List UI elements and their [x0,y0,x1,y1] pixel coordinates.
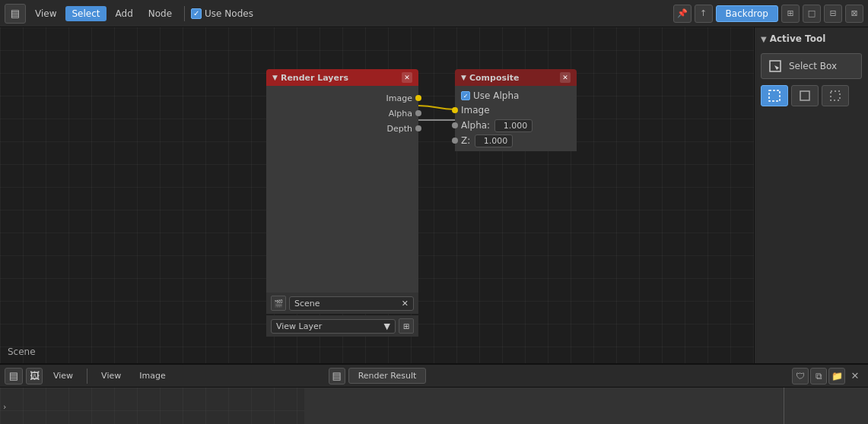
scene-dropdown[interactable]: Scene ✕ [289,296,414,311]
header-left: ▼ Render Layers [272,73,348,83]
view-layer-dropdown[interactable]: View Layer ▼ [271,319,396,334]
top-toolbar: ▤ View Select Add Node ✓ Use Nodes 📌 ↑ B… [0,0,868,27]
svg-marker-1 [774,65,779,70]
pin-button[interactable]: 📌 [673,5,692,23]
select-box-tool-icon [768,59,783,74]
bottom-toolbar: ▤ 🖼 View View Image ▤ Render Result 🛡 ⧉ … [0,365,868,388]
collapse-triangle[interactable]: ▼ [272,74,278,81]
use-alpha-label: Use Alpha [473,90,519,101]
alpha-input-socket[interactable] [452,122,458,128]
use-alpha-row: ✓ Use Alpha [455,89,577,103]
bottom-panel: ▤ 🖼 View View Image ▤ Render Result 🛡 ⧉ … [0,363,868,424]
node-canvas[interactable]: ▼ Render Layers ✕ Image Alpha Depth [0,27,754,363]
composite-header[interactable]: ▼ Composite ✕ [455,69,577,86]
zoom-icon2[interactable]: □ [803,5,821,23]
alpha-input-row: Alpha: 1.000 [455,118,577,133]
bottom-view-menu2[interactable]: View [94,369,129,383]
composite-close[interactable]: ✕ [560,72,571,83]
tool-icons-row [761,85,862,106]
bottom-editor-icon[interactable]: ▤ [5,368,23,384]
render-layers-node: ▼ Render Layers ✕ Image Alpha Depth [266,69,418,337]
select-box-label: Select Box [789,61,837,71]
view-layer-footer: View Layer ▼ ⊞ [266,315,418,337]
select-lasso-mode[interactable] [822,85,849,106]
up-button[interactable]: ↑ [695,5,713,23]
alpha-value-field[interactable]: 1.000 [494,119,533,132]
zoom-out-icon[interactable]: ⊟ [824,5,842,23]
use-nodes-label: Use Nodes [205,8,253,19]
render-divider [784,388,784,424]
active-tool-triangle: ▼ [761,35,767,43]
scene-icon[interactable]: 🎬 [271,296,286,311]
add-menu[interactable]: Add [110,6,139,21]
z-input-label: Z: [461,135,470,146]
folder-button[interactable]: 📁 [828,368,845,384]
depth-output-row: Depth [266,121,418,136]
select-box-button[interactable]: Select Box [761,53,862,79]
alpha-output-row: Alpha [266,106,418,121]
render-result-tab[interactable]: Render Result [348,368,427,384]
render-layers-header[interactable]: ▼ Render Layers ✕ [266,69,418,86]
view-layer-chevron: ▼ [384,321,390,331]
svg-rect-3 [800,91,809,100]
render-result-area [304,388,868,424]
main-area: ▼ Render Layers ✕ Image Alpha Depth [0,27,868,363]
bottom-render-icon[interactable]: ▤ [329,368,345,384]
backdrop-button[interactable]: Backdrop [716,5,778,22]
render-layers-close[interactable]: ✕ [402,72,412,83]
use-nodes-checkbox[interactable]: ✓ [191,8,202,19]
use-alpha-checkbox[interactable]: ✓ [461,91,470,100]
image-output-label: Image [386,93,412,103]
image-socket[interactable] [415,95,421,101]
toolbar-right: 📌 ↑ Backdrop ⊞ □ ⊟ ⊠ [673,5,863,23]
image-input-label: Image [461,105,490,115]
comp-header-left: ▼ Composite [461,73,519,83]
view-layer-value: View Layer [276,321,322,331]
zoom-in-icon[interactable]: ⊠ [845,5,863,23]
z-value-field[interactable]: 1.000 [475,134,513,147]
image-input-socket[interactable] [452,107,458,113]
bottom-view-icon[interactable]: 🖼 [26,368,43,384]
composite-title: Composite [469,73,520,83]
editor-type-icon[interactable]: ▤ [5,4,26,24]
alpha-output-label: Alpha [389,109,412,119]
image-output-row: Image [266,90,418,106]
composite-body: ✓ Use Alpha Image Alpha: 1.000 Z: [455,86,577,151]
z-input-row: Z: 1.000 [455,133,577,148]
bottom-canvas: › [0,388,868,424]
depth-socket[interactable] [415,125,421,131]
composite-node: ▼ Composite ✕ ✓ Use Alpha Image [455,69,577,151]
select-circle-mode[interactable] [791,85,819,106]
shield-button[interactable]: 🛡 [792,368,809,384]
view-layer-icon[interactable]: ⊞ [399,318,414,334]
active-tool-header: ▼ Active Tool [761,33,862,47]
scene-label: Scene [8,346,36,357]
bottom-view-menu1[interactable]: View [46,369,81,383]
z-input-socket[interactable] [452,138,458,144]
render-layers-title: Render Layers [281,73,348,83]
alpha-input-label: Alpha: [461,120,490,131]
close-render-button[interactable]: ✕ [847,368,863,384]
view-menu[interactable]: View [29,6,62,21]
svg-rect-2 [769,90,780,101]
image-input-row: Image [455,103,577,118]
scene-dropdown-chevron: ✕ [402,299,409,309]
select-menu[interactable]: Select [65,6,106,21]
scene-value: Scene [294,299,320,309]
render-layers-footer: 🎬 Scene ✕ [266,293,418,314]
depth-output-label: Depth [386,124,412,134]
duplicate-button[interactable]: ⧉ [810,368,827,384]
separator [184,6,185,21]
alpha-socket[interactable] [415,110,421,116]
bottom-arrow: › [3,402,6,412]
node-menu[interactable]: Node [142,6,178,21]
bottom-image-menu[interactable]: Image [132,369,173,383]
use-nodes-group: ✓ Use Nodes [191,8,253,19]
bottom-sep [87,369,87,384]
render-layers-body: Image Alpha Depth [266,86,418,293]
comp-collapse[interactable]: ▼ [461,74,466,81]
zoom-fit-icon[interactable]: ⊞ [781,5,800,23]
bottom-icon-group: 🛡 ⧉ 📁 ✕ [792,368,863,384]
right-panel: ▼ Active Tool Select Box [754,27,868,363]
select-box-mode[interactable] [761,85,788,106]
